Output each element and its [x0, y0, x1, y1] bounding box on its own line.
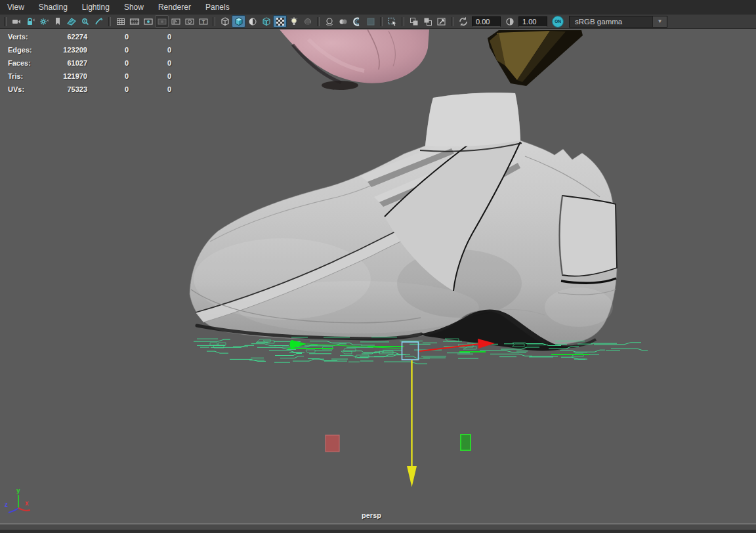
safe-action-button[interactable]: [182, 15, 196, 28]
poly-count-hud: Verts:6227400Edges:12320900Faces:6102700…: [8, 30, 171, 96]
wireframe-display-button[interactable]: [218, 15, 232, 28]
iso2-icon: [423, 16, 433, 27]
hud-row-uvs: UVs:7532300: [8, 83, 171, 96]
exposure-icon: [458, 16, 469, 27]
menu-lighting[interactable]: Lighting: [75, 0, 117, 14]
toolbar-grip-4[interactable]: [317, 17, 320, 26]
locator-green[interactable]: [461, 435, 471, 450]
ao-icon: [324, 16, 335, 27]
safetitle-icon: T: [198, 16, 209, 27]
menu-view[interactable]: View: [0, 0, 32, 14]
camera-name-label: persp: [332, 511, 411, 519]
bottom-strip: [0, 523, 756, 533]
menu-panels[interactable]: Panels: [198, 0, 237, 14]
isolate-add-button[interactable]: [421, 15, 434, 28]
view-transform-value: sRGB gamma: [570, 16, 652, 27]
motion-blur-button[interactable]: [350, 15, 364, 28]
editarrow-icon: [436, 16, 447, 27]
axis-z-label: z: [5, 501, 8, 508]
grid-icon: [116, 16, 126, 27]
field-chart-button[interactable]: [169, 15, 182, 28]
aa-icon: [338, 16, 348, 27]
menu-shading[interactable]: Shading: [32, 0, 75, 14]
panel-toolbar: T0.001.00ONsRGB gamma▼: [0, 14, 756, 29]
menu-renderer[interactable]: Renderer: [151, 0, 198, 14]
resolution-gate-button[interactable]: [141, 15, 155, 28]
bookmarks-button[interactable]: [51, 15, 64, 28]
pencil-icon: [94, 16, 104, 27]
object-selection-button[interactable]: [385, 15, 399, 28]
hud-row-verts: Verts:6227400: [8, 30, 171, 43]
hud-row-edges: Edges:12320900: [8, 43, 171, 56]
selcursor-icon: [387, 16, 398, 27]
bookmark-icon: [52, 16, 63, 27]
textured-display-button[interactable]: [259, 15, 273, 28]
resgate-icon: [143, 16, 154, 27]
camera-attributes-button[interactable]: [37, 15, 51, 28]
camlock-icon: [25, 16, 35, 27]
ambient-occlusion-button[interactable]: [322, 15, 336, 28]
hud-row-faces: Faces:6102700: [8, 56, 171, 70]
exposure-field[interactable]: 0.00: [472, 16, 501, 27]
shadedcube-icon: [234, 16, 244, 27]
panzoom-icon: [80, 16, 91, 27]
gatemask-icon: [157, 16, 167, 27]
gate-mask-button[interactable]: [155, 15, 169, 28]
view-transform-dropdown[interactable]: sRGB gamma▼: [569, 16, 667, 28]
axis-x-label: x: [25, 500, 29, 507]
lock-camera-button[interactable]: [23, 15, 37, 28]
filmgate-icon: [129, 16, 140, 27]
hud-row-tris: Tris:12197000: [8, 70, 171, 83]
chevron-down-icon[interactable]: ▼: [652, 16, 667, 27]
menu-show[interactable]: Show: [117, 0, 151, 14]
film-gate-button[interactable]: [127, 15, 141, 28]
shadowsphere-icon: [303, 16, 313, 27]
mblur-icon: [352, 16, 362, 27]
locator-red[interactable]: [326, 435, 339, 452]
isolate-select-button[interactable]: [407, 15, 421, 28]
camgear-icon: [39, 16, 49, 27]
svg-text:T: T: [201, 18, 205, 24]
safeaction-icon: [184, 16, 195, 27]
shadows-button[interactable]: [301, 15, 314, 28]
toolbar-grip-3[interactable]: [213, 17, 215, 26]
depth-of-field-button[interactable]: [364, 15, 377, 28]
toolbar-grip-1[interactable]: [4, 17, 7, 26]
halfsphere-icon: [247, 16, 258, 27]
image-plane-button[interactable]: [64, 15, 78, 28]
bulb-icon: [289, 16, 299, 27]
camera-icon: [11, 16, 22, 27]
safe-title-button[interactable]: T: [196, 15, 210, 28]
iso1-icon: [409, 16, 419, 27]
smooth-shade-all-button[interactable]: [232, 15, 245, 28]
dimbox-icon: [366, 16, 376, 27]
maya-viewport-window: y z x ViewShadingLightingShowRendererPan…: [0, 0, 756, 533]
color-management-toggle[interactable]: ON: [552, 16, 564, 28]
use-all-lights-button[interactable]: [287, 15, 301, 28]
grid-toggle-button[interactable]: [114, 15, 127, 28]
pan-zoom-2d-button[interactable]: [78, 15, 92, 28]
toolbar-grip-6[interactable]: [402, 17, 404, 26]
texcube-icon: [261, 16, 272, 27]
toolbar-grip-7[interactable]: [451, 17, 453, 26]
use-default-material-button[interactable]: [273, 15, 287, 28]
contrast-icon: [505, 16, 515, 27]
exposure-icon-button[interactable]: [456, 15, 470, 28]
gamma-field[interactable]: 1.00: [518, 16, 547, 27]
imgplane-icon: [66, 16, 77, 27]
grease-pencil-button[interactable]: [92, 15, 106, 28]
panel-menubar: ViewShadingLightingShowRendererPanels: [0, 0, 756, 14]
checker-icon: [275, 16, 285, 27]
toolbar-grip-5[interactable]: [380, 17, 383, 26]
fieldchart-icon: [171, 16, 181, 27]
anti-aliasing-button[interactable]: [336, 15, 350, 28]
axis-y-label: y: [16, 487, 20, 494]
gamma-icon-button[interactable]: [503, 15, 516, 28]
wirecube-icon: [220, 16, 230, 27]
select-camera-button[interactable]: [9, 15, 23, 28]
edit-isolate-button[interactable]: [434, 15, 448, 28]
wireframe-on-shaded-button[interactable]: [245, 15, 259, 28]
toolbar-grip-2[interactable]: [108, 17, 111, 26]
